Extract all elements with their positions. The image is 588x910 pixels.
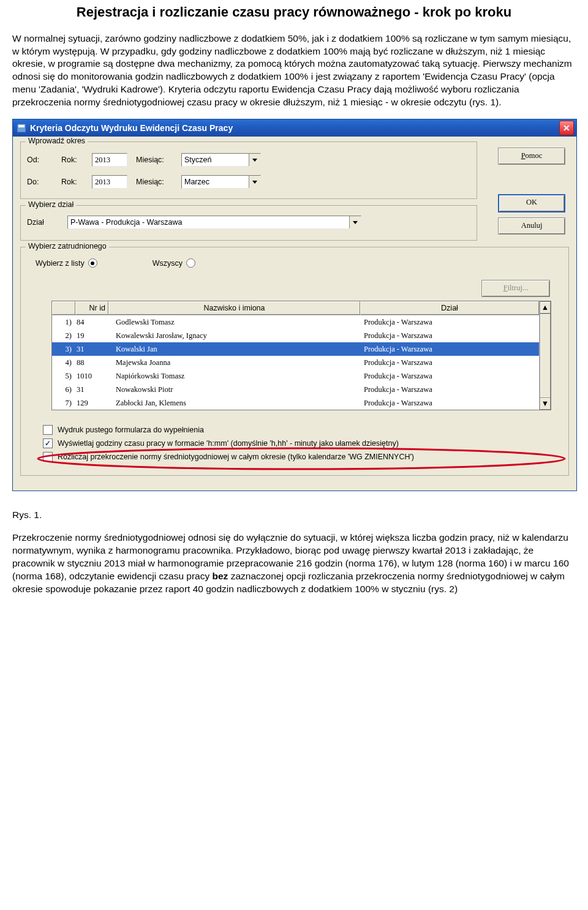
col-header-name[interactable]: Nazwisko i imiona [108,301,360,315]
checkbox-icon: ✓ [43,438,53,448]
app-icon [17,123,26,133]
period-legend: Wprowadź okres [26,137,88,145]
table-row[interactable]: 5)1010Napiórkowski TomaszProdukcja - War… [52,369,539,383]
close-button[interactable]: ✕ [559,121,574,135]
table-row[interactable]: 7)129Zabłocki Jan, KlemensProdukcja - Wa… [52,396,539,410]
table-row[interactable]: 6)31Nowakowski PiotrProdukcja - Warszawa [52,383,539,396]
col-header-dept[interactable]: Dział [360,301,539,315]
year-label: Rok: [61,178,83,186]
col-header-id[interactable]: Nr id [75,301,108,315]
checkbox-icon [43,452,53,462]
ok-button[interactable]: OK [498,194,565,212]
scroll-up-icon[interactable]: ▲ [540,301,551,314]
table-row[interactable]: 2)19Kowalewski Jarosław, IgnacyProdukcja… [52,329,539,342]
table-row[interactable]: 4)88Majewska JoannaProdukcja - Warszawa [52,356,539,369]
checkbox-avg-weekly[interactable]: Rozliczaj przekroczenie normy średniotyg… [43,452,556,462]
svg-rect-1 [18,125,24,127]
help-button[interactable]: Pomoc [498,148,565,165]
from-month-combo[interactable]: Styczeń [181,153,261,167]
employee-list: Nr id Nazwisko i imiona Dział 1)84Godlew… [51,301,551,410]
outro-paragraph: Przekroczenie normy średniotygodniowej o… [12,532,576,596]
table-row[interactable]: 1)84Godlewski TomaszProdukcja - Warszawa [52,315,539,329]
from-label: Od: [27,156,53,164]
scroll-down-icon[interactable]: ▼ [540,397,551,410]
employee-group: Wybierz zatrudnionego Wybierz z listy Ws… [20,247,569,476]
dialog-title: Kryteria Odczytu Wydruku Ewidencji Czasu… [30,123,233,133]
filter-button[interactable]: Filtruj... [481,280,550,297]
department-label: Dział [27,218,59,227]
cancel-button[interactable]: Anuluj [498,217,565,235]
radio-dot-icon [88,258,97,268]
employee-legend: Wybierz zatrudnionego [26,242,109,250]
radio-dot-icon [186,258,195,268]
chevron-down-icon [249,154,260,166]
checkbox-blank-form[interactable]: Wydruk pustego formularza do wypełnienia [43,425,562,435]
department-legend: Wybierz dział [26,200,76,209]
vertical-scrollbar[interactable]: ▲ ▼ [539,301,551,410]
list-header: Nr id Nazwisko i imiona Dział [52,301,539,315]
to-month-combo[interactable]: Marzec [181,175,261,189]
close-icon: ✕ [563,123,570,133]
period-group: Wprowadź okres Od: Rok: 2013 Miesiąc: St… [20,141,477,199]
department-combo[interactable]: P-Wawa - Produkcja - Warszawa [67,216,361,229]
year-label: Rok: [61,156,83,164]
department-group: Wybierz dział Dział P-Wawa - Produkcja -… [20,205,477,241]
from-year-input[interactable]: 2013 [92,153,127,167]
scroll-thumb[interactable] [540,314,551,399]
page-title: Rejestracja i rozliczanie czasu pracy ró… [12,4,576,21]
figure-caption: Rys. 1. [12,510,576,521]
dialog-titlebar[interactable]: Kryteria Odczytu Wydruku Ewidencji Czasu… [13,119,576,137]
month-label: Miesiąc: [136,156,173,164]
radio-all[interactable]: Wszyscy [153,258,195,268]
table-row[interactable]: 3)31Kowalski JanProdukcja - Warszawa [52,342,539,356]
chevron-down-icon [349,216,361,228]
to-label: Do: [27,178,53,186]
criteria-dialog: Kryteria Odczytu Wydruku Ewidencji Czasu… [12,119,577,491]
checkbox-icon [43,425,53,435]
chevron-down-icon [249,176,260,188]
checkbox-hmm-format[interactable]: ✓ Wyświetlaj godziny czasu pracy w forma… [43,438,562,448]
radio-from-list[interactable]: Wybierz z listy [36,258,97,268]
to-year-input[interactable]: 2013 [92,175,127,189]
month-label: Miesiąc: [136,178,173,186]
intro-paragraph: W normalnej sytuacji, zarówno godziny na… [12,32,576,110]
col-header-num[interactable] [52,301,75,315]
